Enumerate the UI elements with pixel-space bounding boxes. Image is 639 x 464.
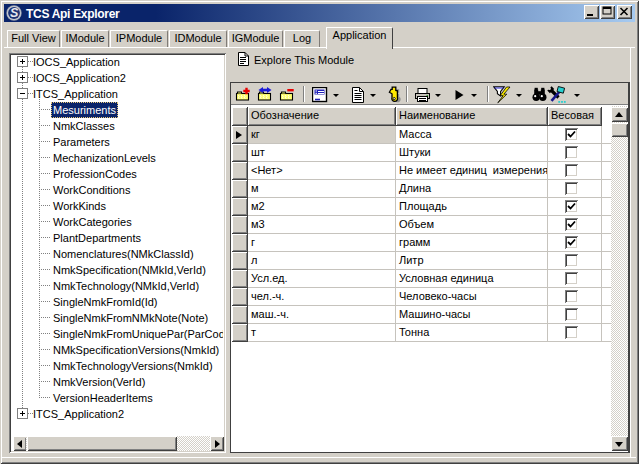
svg-text:S: S bbox=[10, 6, 19, 20]
